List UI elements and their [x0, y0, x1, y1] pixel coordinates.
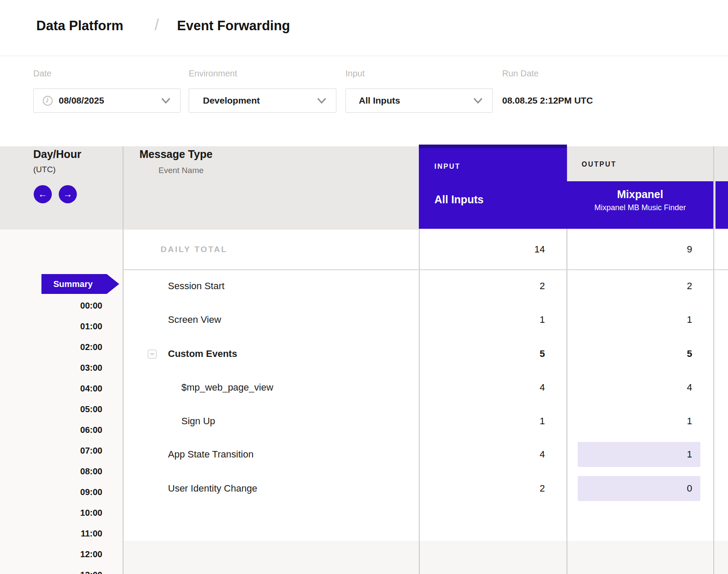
input-count: 1	[540, 307, 545, 333]
daily-total-output-value: 9	[687, 230, 692, 269]
output-count: 1	[687, 408, 692, 434]
event-label: Custom Events	[168, 341, 237, 367]
output-highlight-cell	[578, 442, 700, 467]
input-column-title: All Inputs	[434, 193, 484, 206]
output-connection-subtitle: Mixpanel MB Music Finder	[567, 203, 713, 212]
daily-total-divider	[123, 269, 728, 270]
previous-day-button[interactable]: ←	[34, 185, 52, 203]
hour-row-1300[interactable]: 13:00	[51, 568, 102, 574]
arrow-right-icon: →	[63, 189, 73, 199]
table-row-custom-events: − Custom Events 5 5	[0, 341, 728, 367]
input-count: 2	[540, 273, 545, 299]
date-filter-label: Date	[33, 68, 51, 79]
collapse-minus-icon[interactable]: −	[148, 350, 157, 359]
output-highlight-cell	[578, 476, 700, 501]
breadcrumb-separator: /	[155, 14, 159, 36]
table-row-app-state-transition: App State Transition 4 1	[0, 442, 728, 467]
date-dropdown-value: 08/08/2025	[59, 89, 104, 112]
input-dropdown-value: All Inputs	[359, 89, 400, 112]
daily-total-row: DAILY TOTAL 14 9	[0, 230, 728, 269]
output-column-header-mixpanel[interactable]: Mixpanel Mixpanel MB Music Finder	[567, 181, 713, 229]
breadcrumb-parent[interactable]: Data Platform	[36, 16, 123, 36]
daily-total-input-value: 14	[535, 230, 545, 269]
input-filter-label: Input	[345, 68, 364, 79]
event-name-subheader: Event Name	[158, 166, 204, 175]
daily-total-label: DAILY TOTAL	[161, 230, 228, 269]
message-type-header: Message Type	[139, 148, 212, 161]
output-column-header-partial	[715, 181, 728, 229]
output-section-label: OUTPUT	[582, 160, 617, 169]
input-count: 4	[540, 375, 545, 401]
input-count: 5	[540, 341, 545, 367]
event-label: Session Start	[168, 273, 225, 299]
chevron-down-icon	[161, 97, 171, 104]
input-column-accent-strip	[419, 145, 567, 148]
output-count: 0	[687, 476, 692, 501]
output-connection-name: Mixpanel	[567, 188, 713, 201]
summary-tab[interactable]: Summary	[41, 274, 119, 294]
event-label: User Identity Change	[168, 476, 257, 501]
run-date-label: Run Date	[502, 68, 539, 79]
clock-icon	[42, 95, 53, 106]
input-count: 4	[540, 442, 545, 467]
day-hour-timezone: (UTC)	[33, 165, 56, 174]
event-label: Screen View	[168, 307, 221, 333]
run-date-value: 08.08.25 2:12PM UTC	[502, 88, 593, 113]
hour-row-1100[interactable]: 11:00	[51, 527, 102, 540]
table-row-user-identity-change: User Identity Change 2 0	[0, 476, 728, 501]
chevron-down-icon	[317, 97, 326, 104]
output-count: 5	[687, 341, 692, 367]
chevron-down-icon	[473, 97, 483, 104]
table-row-screen-view: Screen View 1 1	[0, 307, 728, 333]
input-count: 1	[540, 408, 545, 434]
table-row-sign-up: Sign Up 1 1	[0, 408, 728, 434]
table-row-mp-web-page-view: $mp_web_page_view 4 4	[0, 375, 728, 401]
table-empty-area	[123, 541, 728, 574]
input-column-header[interactable]: INPUT All Inputs	[419, 145, 567, 229]
event-label: App State Transition	[168, 442, 253, 467]
input-count: 2	[540, 476, 545, 501]
environment-dropdown-value: Development	[203, 89, 260, 112]
output-count: 1	[687, 442, 692, 467]
environment-filter-label: Environment	[189, 68, 237, 79]
input-dropdown[interactable]: All Inputs	[345, 88, 493, 113]
hour-row-1000[interactable]: 10:00	[51, 506, 102, 519]
date-dropdown[interactable]: 08/08/2025	[33, 88, 180, 113]
output-count: 2	[687, 273, 692, 299]
hour-row-1200[interactable]: 12:00	[51, 548, 102, 561]
next-day-button[interactable]: →	[59, 185, 77, 203]
arrow-left-icon: ←	[38, 189, 47, 199]
day-hour-header: Day/Hour	[33, 148, 81, 161]
input-section-label: INPUT	[434, 163, 461, 170]
event-label: Sign Up	[181, 408, 215, 434]
event-forwarding-page: Data Platform / Event Forwarding Date En…	[0, 0, 728, 574]
output-count: 1	[687, 307, 692, 333]
column-divider	[713, 146, 714, 574]
page-title: Event Forwarding	[177, 16, 290, 36]
output-count: 4	[687, 375, 692, 401]
environment-dropdown[interactable]: Development	[189, 88, 336, 113]
column-divider	[123, 146, 123, 574]
event-label: $mp_web_page_view	[181, 375, 273, 401]
